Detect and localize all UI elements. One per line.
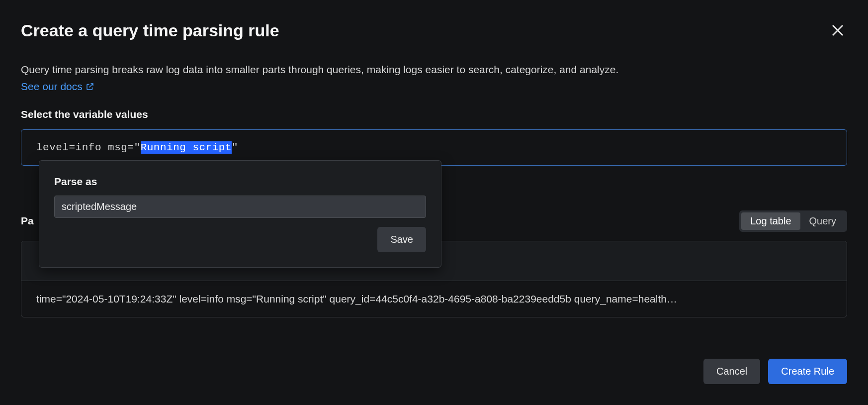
docs-link[interactable]: See our docs xyxy=(21,81,94,93)
docs-link-label: See our docs xyxy=(21,81,83,93)
parsing-results-label: Pa xyxy=(21,215,34,227)
view-toggle: Log table Query xyxy=(739,210,847,232)
parse-as-input[interactable] xyxy=(54,196,426,218)
toggle-log-table[interactable]: Log table xyxy=(741,212,800,230)
variable-section-label: Select the variable values xyxy=(21,108,847,120)
toggle-query[interactable]: Query xyxy=(800,212,845,230)
close-icon xyxy=(830,23,845,38)
save-button[interactable]: Save xyxy=(377,227,426,252)
parse-as-popover: Parse as Save xyxy=(39,160,441,268)
input-text-prefix: level=info msg=" xyxy=(36,142,141,153)
close-button[interactable] xyxy=(828,21,847,42)
log-row[interactable]: time="2024-05-10T19:24:33Z" level=info m… xyxy=(21,281,847,317)
dialog-footer: Cancel Create Rule xyxy=(703,359,847,384)
create-rule-button[interactable]: Create Rule xyxy=(768,359,847,384)
dialog-description: Query time parsing breaks raw log data i… xyxy=(21,62,847,78)
cancel-button[interactable]: Cancel xyxy=(703,359,760,384)
dialog-title: Create a query time parsing rule xyxy=(21,21,279,40)
input-text-suffix: " xyxy=(232,142,238,153)
parse-as-label: Parse as xyxy=(54,176,426,188)
external-link-icon xyxy=(86,82,94,91)
input-text-highlight: Running script xyxy=(141,141,232,154)
